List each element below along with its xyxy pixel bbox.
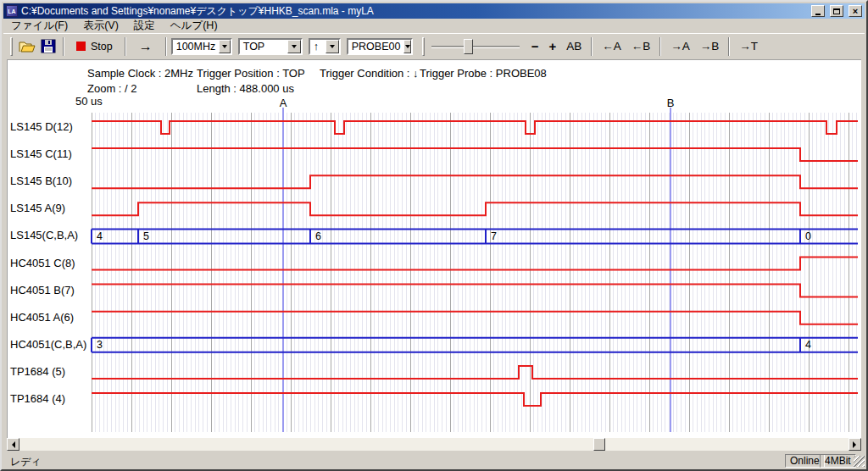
menu-bar: ファイル(F) 表示(V) 設定 ヘルプ(H)	[3, 19, 865, 32]
channel-label: HC4051 C(8)	[10, 257, 75, 270]
stop-label: Stop	[91, 41, 113, 53]
move-b-left-button[interactable]: ←B	[626, 38, 656, 54]
channel-label: TP1684 (4)	[10, 392, 65, 406]
channel-label: LS145 A(9)	[10, 202, 65, 215]
trigger-edge-value: ↑	[310, 41, 326, 53]
info-trigger-probe: Trigger Probe : PROBE08	[420, 67, 547, 80]
toolbar-separator	[659, 37, 661, 56]
zoom-in-button[interactable]: +	[543, 37, 561, 55]
save-floppy-icon	[41, 39, 56, 53]
channel-label: LS145 B(10)	[10, 175, 72, 188]
menu-settings[interactable]: 設定	[126, 19, 163, 33]
arrow-right-icon	[853, 441, 860, 448]
stop-icon	[76, 42, 86, 51]
waveform-panel	[7, 59, 861, 438]
channel-label: LS145(C,B,A)	[10, 229, 78, 242]
chevron-down-icon[interactable]	[219, 40, 230, 53]
app-icon: LA	[6, 5, 18, 17]
move-b-right-button[interactable]: →B	[695, 38, 725, 54]
info-trigger-position: Trigger Position : TOP	[197, 67, 305, 80]
zoom-slider[interactable]	[431, 36, 520, 57]
maximize-button[interactable]	[830, 5, 843, 17]
open-folder-icon	[19, 40, 36, 53]
title-bar[interactable]: LA C:¥Documents and Settings¥noname¥デスクト…	[3, 3, 865, 19]
status-memory: 4MBit	[820, 454, 856, 468]
status-bar: レディ Online 4MBit	[3, 453, 865, 468]
chevron-down-icon[interactable]	[403, 40, 410, 53]
trigger-position-combo[interactable]: TOP	[238, 38, 303, 55]
menu-file[interactable]: ファイル(F)	[3, 19, 75, 33]
arrow-left-icon	[8, 441, 15, 448]
channel-label: HC4051 B(7)	[10, 284, 75, 297]
status-message: レディ	[10, 455, 42, 469]
channel-label: LS145 D(12)	[10, 120, 73, 134]
toolbar-separator	[125, 37, 126, 56]
channel-label: TP1684 (5)	[10, 365, 65, 379]
menu-view[interactable]: 表示(V)	[75, 19, 126, 33]
menu-help[interactable]: ヘルプ(H)	[163, 19, 225, 33]
toolbar-separator	[728, 37, 730, 56]
channel-label: LS145 C(11)	[10, 147, 72, 161]
scrollbar-thumb[interactable]	[593, 438, 605, 451]
window-title: C:¥Documents and Settings¥noname¥デスクトップ¥…	[21, 4, 806, 19]
channel-label: HC4051(C,B,A)	[10, 338, 86, 352]
time-scale-label: 50 us	[75, 95, 103, 108]
trigger-position-value: TOP	[240, 41, 287, 53]
close-icon: ×	[853, 7, 858, 15]
info-sample-clock: Sample Clock : 2MHz	[87, 67, 193, 80]
save-button[interactable]	[37, 36, 58, 57]
goto-trigger-button[interactable]: →T	[734, 38, 763, 54]
toolbar-grip[interactable]	[10, 37, 13, 56]
info-length: Length : 488.000 us	[197, 82, 294, 95]
move-a-right-button[interactable]: →A	[665, 38, 695, 54]
minimize-icon	[815, 14, 821, 15]
toolbar: Stop → 100MHz TOP ↑ PROBE00 − + AB ←A ←B…	[3, 33, 865, 58]
scroll-right-button[interactable]	[849, 438, 861, 451]
resize-grip[interactable]	[854, 456, 865, 467]
mylа-window: { "window": { "title": "C:¥Documents and…	[0, 0, 868, 471]
trigger-probe-value: PROBE00	[348, 41, 404, 53]
sample-clock-combo[interactable]: 100MHz	[171, 38, 232, 55]
toolbar-separator	[165, 37, 167, 56]
info-trigger-condition: Trigger Condition : ↓	[320, 67, 419, 80]
single-run-button[interactable]: →	[131, 39, 161, 54]
info-zoom: Zoom : / 2	[87, 82, 137, 95]
stop-button[interactable]: Stop	[69, 36, 120, 57]
toolbar-grip[interactable]	[422, 37, 425, 56]
trigger-probe-combo[interactable]: PROBE00	[347, 38, 413, 55]
trigger-edge-combo[interactable]: ↑	[309, 38, 341, 55]
chevron-down-icon[interactable]	[287, 40, 301, 53]
ab-range-button[interactable]: AB	[561, 38, 587, 54]
maximize-icon	[833, 8, 840, 14]
toolbar-separator	[63, 37, 64, 56]
zoom-slider-thumb[interactable]	[464, 39, 473, 54]
zoom-slider-track[interactable]	[431, 46, 520, 48]
horizontal-scrollbar[interactable]	[7, 438, 861, 451]
close-button[interactable]: ×	[849, 5, 862, 17]
channel-label: HC4051 A(6)	[10, 311, 74, 324]
scroll-left-button[interactable]	[7, 438, 19, 451]
minimize-button[interactable]	[811, 5, 825, 17]
move-a-left-button[interactable]: ←A	[597, 38, 626, 54]
chevron-down-icon[interactable]	[326, 40, 339, 53]
zoom-out-button[interactable]: −	[526, 37, 544, 55]
toolbar-separator	[591, 37, 593, 56]
status-online: Online	[785, 454, 825, 468]
sample-clock-value: 100MHz	[173, 41, 220, 53]
open-button[interactable]	[16, 36, 37, 57]
